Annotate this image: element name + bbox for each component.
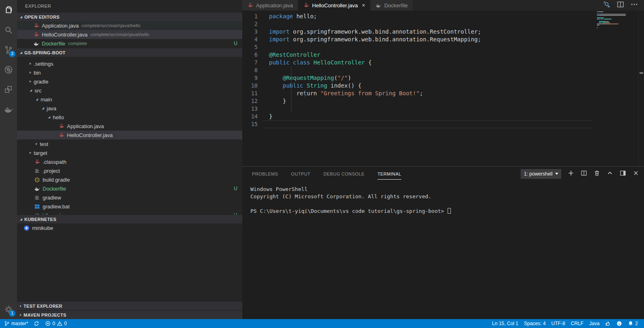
code-line-4: 4import org.springframework.web.bind.ann… [242, 36, 638, 43]
tree-item-hello[interactable]: hello [17, 113, 242, 122]
status-indentation[interactable]: Spaces: 4 [521, 319, 548, 328]
tree-item-dockerfile[interactable]: DockerfileU [17, 184, 242, 193]
status-notifications[interactable]: 2 [625, 319, 641, 328]
tree-item-main[interactable]: main [17, 95, 242, 104]
activitybar-item-search[interactable] [0, 20, 17, 40]
tree-item-gradlew[interactable]: gradlew [17, 193, 242, 202]
section-open-editors[interactable]: OPEN EDITORS [17, 12, 242, 21]
panel-action-panel-toggle[interactable] [620, 170, 626, 178]
file-label: .classpath [43, 159, 67, 165]
tab-label: Application.java [256, 2, 293, 9]
section-label: KUBERNETES [24, 217, 56, 222]
section-project[interactable]: GS-SPRING-BOOT [17, 48, 242, 57]
tree-item-test[interactable]: test [17, 139, 242, 148]
terminal-select[interactable]: 1: powershell [521, 169, 561, 179]
tab-dockerfile[interactable]: Dockerfile [370, 0, 413, 11]
panel-action-plus[interactable] [568, 170, 574, 178]
tree-item-settings[interactable]: .settings [17, 59, 242, 68]
panel-tab-output[interactable]: OUTPUT [291, 168, 310, 180]
tree-item-k8s-yml[interactable]: k8s.ymlU [17, 211, 242, 214]
tree-item-project[interactable]: .project [17, 166, 242, 175]
tree-item-hellocontroller-java[interactable]: HelloController.java [17, 131, 242, 139]
status-java-server-status[interactable] [602, 319, 614, 328]
panel-tab-problems[interactable]: PROBLEMS [252, 168, 278, 180]
activitybar-item-files[interactable] [0, 0, 17, 20]
panel-action-split-panel[interactable] [581, 170, 587, 178]
activitybar-item-docker[interactable] [0, 99, 17, 119]
section-test-explorer[interactable]: TEST EXPLORER [17, 301, 242, 310]
activitybar-item-debug[interactable] [0, 60, 17, 79]
editor-action-more[interactable] [630, 0, 638, 10]
tab-hellocontroller-java[interactable]: HelloController.java× [298, 0, 370, 11]
status-sync[interactable] [31, 319, 42, 328]
editor-action-find[interactable] [603, 0, 611, 10]
chevron-expanded-icon [20, 16, 22, 18]
activitybar-item-gear[interactable]: 1 [0, 299, 17, 319]
line-number: 1 [242, 13, 263, 20]
editor-action-split-editor[interactable] [616, 0, 625, 10]
status-language-mode[interactable]: Java [586, 319, 602, 328]
tab-application-java[interactable]: Application.java [242, 0, 298, 11]
error-icon [45, 321, 51, 326]
file-label: bin [34, 70, 41, 76]
section-label: MAVEN PROJECTS [24, 313, 66, 317]
minimap[interactable] [597, 11, 638, 30]
open-editor-application-java[interactable]: Application.javacomplete\src\main\java\h… [17, 21, 242, 30]
tree-item-build-gradle[interactable]: build.gradle [17, 175, 242, 184]
tree-item-bin[interactable]: bin [17, 68, 242, 77]
code-text: @RequestMapping("/") [263, 74, 351, 82]
status-cursor-position[interactable]: Ln 15, Col 1 [489, 319, 521, 328]
plus-icon [568, 170, 574, 176]
code-line-12: 12 } [242, 97, 638, 105]
tree-item-classpath[interactable]: .classpath [17, 157, 242, 166]
code-text: } [263, 97, 286, 105]
code-line-10: 10 public String index() { [242, 82, 638, 90]
file-description: complete [68, 41, 87, 46]
panel-tab-terminal[interactable]: TERMINAL [377, 168, 401, 180]
tree-item-gradlew-bat[interactable]: gradlew.bat [17, 202, 242, 211]
tab-close-icon[interactable]: × [362, 2, 365, 8]
activitybar-item-source-control[interactable]: 3 [0, 40, 17, 60]
file-label: .mvn [34, 57, 45, 58]
panel-action-trash[interactable] [594, 170, 600, 178]
code-editor[interactable]: 1package hello;23import org.springframew… [242, 11, 644, 166]
status-eol[interactable]: CRLF [568, 319, 586, 328]
code-line-8: 8 [242, 66, 638, 74]
code-line-14: 14} [242, 113, 638, 120]
file-label: gradlew [43, 195, 61, 201]
branch-icon [4, 321, 10, 326]
tree-item-java[interactable]: java [17, 104, 242, 113]
section-kubernetes[interactable]: KUBERNETES [17, 214, 242, 223]
tree-item-gradle[interactable]: gradle [17, 77, 242, 86]
tree-item-application-java[interactable]: Application.java [17, 122, 242, 131]
section-maven-projects[interactable]: MAVEN PROJECTS [17, 310, 242, 319]
activitybar-item-extensions[interactable] [0, 79, 17, 99]
panel-action-close[interactable] [633, 170, 639, 178]
chevron-up-icon [607, 170, 613, 176]
panel-action-chevron-up[interactable] [607, 170, 613, 178]
status-feedback[interactable] [614, 319, 625, 328]
line-number: 12 [242, 97, 263, 105]
chevron-collapsed-icon [30, 71, 31, 74]
editor-actions [603, 0, 644, 11]
panel-tab-debug-console[interactable]: DEBUG CONSOLE [323, 168, 364, 180]
kubernetes-item-minikube[interactable]: minikube [17, 223, 242, 232]
file-label: gradle [34, 79, 48, 85]
open-editor-dockerfile[interactable]: DockerfilecompleteU [17, 39, 242, 48]
chevron-collapsed-icon [36, 143, 37, 145]
terminal-output[interactable]: Windows PowerShellCopyright (C) Microsof… [242, 181, 644, 215]
status-encoding[interactable]: UTF-8 [549, 319, 568, 328]
status-problems[interactable]: 00 [42, 319, 69, 328]
overview-ruler[interactable] [638, 11, 644, 166]
minimap-line [597, 28, 638, 30]
tree-item-src[interactable]: src [17, 86, 242, 95]
open-editor-hellocontroller-java[interactable]: HelloController.javacomplete\src\main\ja… [17, 30, 242, 39]
docker-icon [375, 2, 382, 9]
tree-item-target[interactable]: target [17, 148, 242, 157]
code-text [263, 120, 592, 128]
activity-bar: 31 [0, 0, 17, 319]
status-git-branch[interactable]: master* [1, 319, 31, 328]
list-icon [34, 168, 41, 174]
code-text [263, 105, 269, 113]
chevron-expanded-icon [42, 107, 44, 109]
